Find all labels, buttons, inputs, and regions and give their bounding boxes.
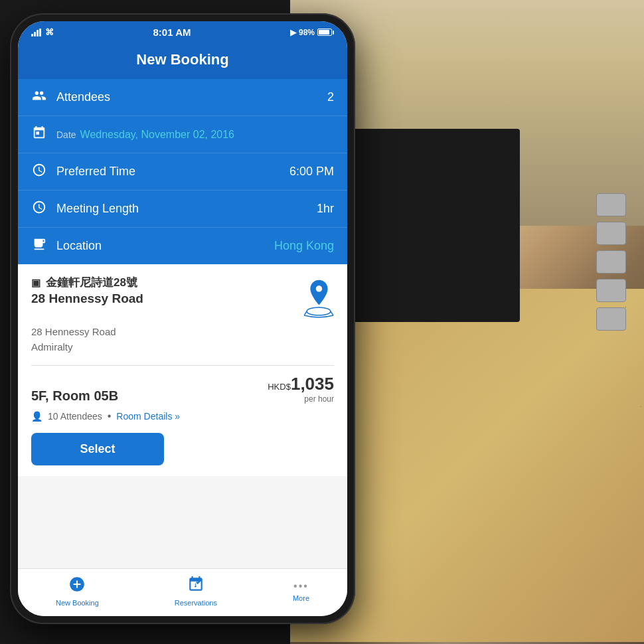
meeting-length-label: Meeting Length: [56, 202, 317, 216]
reservations-nav-item[interactable]: Reservations: [175, 576, 217, 607]
battery-icon: [317, 29, 334, 36]
more-dots-icon: •••: [293, 580, 309, 592]
meeting-length-value: 1hr: [317, 202, 334, 216]
signal-icon: [31, 29, 41, 37]
content-area: ▣ 金鐘軒尼詩道28號 28 Hennessy Road: [18, 264, 347, 568]
room-meta: 👤 10 Attendees • Room Details »: [31, 410, 334, 422]
date-prefix-label: Date: [56, 127, 76, 141]
page-title: New Booking: [29, 51, 337, 68]
date-row[interactable]: Date Wednesday, November 02, 2016: [18, 116, 347, 153]
preferred-time-label: Preferred Time: [56, 165, 289, 179]
room-divider: [31, 365, 334, 366]
room-price: HKD$1,035 per hour: [268, 374, 334, 404]
room-address: 28 Hennessy Road Admiralty: [31, 325, 334, 355]
bottom-nav: New Booking Reservations ••• More: [18, 568, 347, 616]
svg-line-2: [331, 311, 333, 315]
status-right: ▶ 98%: [290, 28, 334, 37]
status-left: ⌘: [31, 27, 54, 37]
preferred-time-row[interactable]: Preferred Time 6:00 PM: [18, 153, 347, 191]
wifi-icon: ⌘: [45, 27, 54, 37]
dot-separator: •: [108, 410, 112, 422]
location-row[interactable]: Location Hong Kong: [18, 228, 347, 264]
new-booking-nav-icon: [68, 576, 86, 597]
select-button[interactable]: Select: [31, 433, 164, 465]
chair-3: [596, 250, 626, 274]
svg-line-1: [304, 311, 307, 315]
room-building-icon: ▣: [31, 277, 40, 289]
date-value: Wednesday, November 02, 2016: [80, 129, 334, 141]
battery-percent: 98%: [299, 28, 315, 37]
room-english-name: 28 Hennessy Road: [31, 291, 304, 306]
room-chinese-name: ▣ 金鐘軒尼詩道28號: [31, 275, 304, 290]
status-bar: ⌘ 8:01 AM ▶ 98%: [18, 21, 347, 43]
calendar-icon: [31, 125, 47, 143]
chair-5: [596, 307, 626, 331]
location-arrow-icon: ▶: [290, 28, 296, 37]
chair-4: [596, 279, 626, 302]
room-attendees-count: 10 Attendees: [48, 411, 102, 422]
more-nav-item[interactable]: ••• More: [293, 580, 309, 602]
room-details-row: 5F, Room 05B HKD$1,035 per hour: [31, 374, 334, 404]
meeting-length-row[interactable]: Meeting Length 1hr: [18, 191, 347, 228]
attendees-value: 2: [327, 90, 334, 104]
room-number: 5F, Room 05B: [31, 388, 118, 404]
reservations-nav-icon: [187, 576, 204, 597]
location-value: Hong Kong: [274, 239, 334, 253]
chairs: [596, 193, 626, 331]
room-header: ▣ 金鐘軒尼詩道28號 28 Hennessy Road: [31, 275, 334, 319]
meeting-length-icon: [31, 200, 47, 218]
phone-screen: ⌘ 8:01 AM ▶ 98% New Booking: [18, 21, 347, 616]
map-pin-icon[interactable]: [304, 278, 334, 319]
preferred-time-value: 6:00 PM: [289, 165, 334, 179]
room-card: ▣ 金鐘軒尼詩道28號 28 Hennessy Road: [18, 264, 347, 476]
price-amount: 1,035: [291, 374, 334, 394]
attendees-row[interactable]: Attendees 2: [18, 79, 347, 116]
more-nav-label: More: [293, 594, 309, 602]
location-icon: [31, 237, 47, 255]
chair-1: [596, 193, 626, 216]
price-currency: HKD$: [268, 382, 291, 392]
attendees-small-icon: 👤: [31, 411, 42, 422]
price-unit: per hour: [268, 394, 334, 404]
attendees-label: Attendees: [56, 90, 327, 104]
reservations-nav-label: Reservations: [175, 599, 217, 607]
svg-point-0: [307, 307, 331, 315]
chair-2: [596, 222, 626, 245]
status-time: 8:01 AM: [153, 27, 191, 38]
booking-form: Attendees 2 Date Wednesday, November 02,…: [18, 79, 347, 264]
nav-header: New Booking: [18, 43, 347, 79]
room-details-link[interactable]: Room Details »: [116, 411, 180, 422]
location-label: Location: [56, 239, 274, 253]
phone-frame: ⌘ 8:01 AM ▶ 98% New Booking: [10, 13, 355, 624]
new-booking-nav-item[interactable]: New Booking: [56, 576, 99, 607]
new-booking-nav-label: New Booking: [56, 599, 99, 607]
room-title-section: ▣ 金鐘軒尼詩道28號 28 Hennessy Road: [31, 275, 304, 306]
clock-icon: [31, 163, 47, 181]
attendees-icon: [31, 88, 47, 106]
